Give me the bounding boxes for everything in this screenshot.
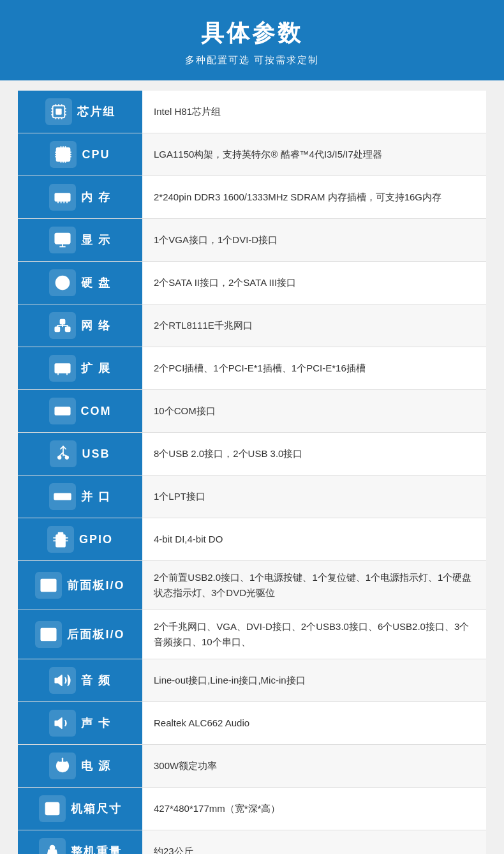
svg-rect-78 [56, 535, 65, 547]
icon-cell-usb: USB [18, 433, 142, 476]
icon-cell-memory: 内 存 [18, 176, 142, 219]
expansion-icon [49, 355, 76, 382]
svg-rect-97 [48, 805, 52, 808]
row-weight: kg 整机重量 约23公斤 [18, 830, 486, 855]
row-memory: 内 存 2*240pin DDR3 1600/1333MHz SDRAM 内存插… [18, 176, 486, 219]
row-parallel: 并 口 1个LPT接口 [18, 476, 486, 518]
svg-point-64 [59, 413, 60, 414]
row-cpu: CPU LGA1150构架，支持英特尔® 酷睿™4代I3/I5/I7处理器 [18, 133, 486, 176]
icon-cell-gpio: GPIO [18, 518, 142, 561]
svg-point-66 [64, 413, 66, 414]
svg-rect-1 [56, 109, 61, 114]
svg-point-59 [63, 410, 64, 412]
label-expansion: 扩 展 [81, 361, 111, 376]
usb-icon [50, 440, 77, 467]
svg-point-65 [62, 413, 63, 414]
value-memory: 2*240pin DDR3 1600/1333MHz SDRAM 内存插槽，可支… [142, 176, 486, 219]
specs-table: 芯片组 Intel H81芯片组 CPU LGA1150构架，支持英特尔® 酷睿… [18, 91, 486, 854]
label-rear-panel: 后面板I/O [67, 627, 124, 642]
svg-point-98 [55, 805, 57, 808]
power-icon [49, 753, 76, 779]
svg-point-58 [60, 410, 61, 412]
icon-cell-parallel: 并 口 [18, 476, 142, 518]
svg-rect-53 [62, 366, 65, 371]
value-cpu: LGA1150构架，支持英特尔® 酷睿™4代I3/I5/I7处理器 [142, 133, 486, 176]
label-parallel: 并 口 [81, 489, 111, 504]
parallel-icon [49, 483, 76, 510]
icon-cell-com: COM [18, 390, 142, 433]
memory-icon [49, 184, 76, 211]
icon-cell-expansion: 扩 展 [18, 347, 142, 390]
row-expansion: 扩 展 2个PCI插槽、1个PCI-E*1插槽、1个PCI-E*16插槽 [18, 347, 486, 390]
label-harddisk: 硬 盘 [81, 275, 111, 290]
icon-cell-weight: kg 整机重量 [18, 830, 142, 855]
value-network: 2个RTL8111E千兆网口 [142, 304, 486, 347]
svg-point-57 [57, 410, 58, 412]
label-network: 网 络 [81, 318, 111, 333]
com-icon [49, 398, 76, 424]
label-chipset: 芯片组 [77, 104, 115, 119]
value-weight: 约23公斤 [142, 830, 486, 855]
rear-panel-icon [35, 621, 62, 648]
specs-table-wrapper: 芯片组 Intel H81芯片组 CPU LGA1150构架，支持英特尔® 酷睿… [0, 80, 504, 854]
icon-cell-audio: 音 频 [18, 659, 142, 702]
harddisk-icon [49, 269, 76, 296]
svg-rect-37 [55, 234, 70, 244]
icon-cell-power: 电 源 [18, 745, 142, 788]
value-com: 10个COM接口 [142, 390, 486, 433]
label-power: 电 源 [81, 758, 111, 774]
row-usb: USB 8个USB 2.0接口，2个USB 3.0接口 [18, 433, 486, 476]
value-chassis: 427*480*177mm（宽*深*高） [142, 788, 486, 830]
row-front-panel: 前面板I/O 2个前置USB2.0接口、1个电源按键、1个复位键、1个电源指示灯… [18, 561, 486, 610]
cpu-icon [50, 141, 77, 168]
value-expansion: 2个PCI插槽、1个PCI-E*1插槽、1个PCI-E*16插槽 [142, 347, 486, 390]
row-power: 电 源 300W额定功率 [18, 745, 486, 788]
svg-point-60 [66, 410, 67, 412]
value-usb: 8个USB 2.0接口，2个USB 3.0接口 [142, 433, 486, 476]
row-chipset: 芯片组 Intel H81芯片组 [18, 91, 486, 133]
icon-cell-harddisk: 硬 盘 [18, 262, 142, 304]
svg-point-92 [45, 634, 46, 635]
icon-cell-chassis: 机箱尺寸 [18, 788, 142, 830]
value-front-panel: 2个前置USB2.0接口、1个电源按键、1个复位键、1个电源指示灯、1个硬盘状态… [142, 561, 486, 610]
value-audio: Line-out接口,Line-in接口,Mic-in接口 [142, 659, 486, 702]
svg-point-62 [62, 408, 63, 410]
svg-rect-96 [45, 803, 59, 815]
row-rear-panel: 后面板I/O 2个千兆网口、VGA、DVI-D接口、2个USB3.0接口、6个U… [18, 610, 486, 659]
icon-cell-front-panel: 前面板I/O [18, 561, 142, 610]
network-icon [49, 312, 76, 339]
value-display: 1个VGA接口，1个DVI-D接口 [142, 219, 486, 262]
label-cpu: CPU [82, 148, 110, 161]
page-subtitle: 多种配置可选 可按需求定制 [13, 54, 491, 66]
weight-icon: kg [39, 838, 66, 854]
row-network: 网 络 2个RTL8111E千兆网口 [18, 304, 486, 347]
icon-cell-chipset: 芯片组 [18, 91, 142, 133]
chassis-icon [39, 795, 66, 822]
value-rear-panel: 2个千兆网口、VGA、DVI-D接口、2个USB3.0接口、6个USB2.0接口… [142, 610, 486, 659]
svg-point-86 [45, 585, 46, 586]
label-weight: 整机重量 [71, 844, 122, 854]
icon-cell-cpu: CPU [18, 133, 142, 176]
svg-point-68 [66, 456, 69, 460]
row-gpio: GPIO 4-bit DI,4-bit DO [18, 518, 486, 561]
svg-point-67 [58, 456, 61, 460]
page-title: 具体参数 [13, 18, 491, 49]
icon-cell-display: 显 示 [18, 219, 142, 262]
label-com: COM [81, 405, 112, 418]
front-panel-icon [35, 572, 62, 599]
value-gpio: 4-bit DI,4-bit DO [142, 518, 486, 561]
svg-rect-46 [60, 320, 64, 324]
label-memory: 内 存 [81, 190, 111, 205]
label-display: 显 示 [81, 232, 111, 248]
soundcard-icon [49, 710, 76, 737]
value-soundcard: Realtek ALC662 Audio [142, 702, 486, 745]
row-com: COM 10个COM接口 [18, 390, 486, 433]
header: 具体参数 多种配置可选 可按需求定制 [0, 0, 504, 80]
label-soundcard: 声 卡 [81, 715, 111, 731]
value-harddisk: 2个SATA II接口，2个SATA III接口 [142, 262, 486, 304]
value-chipset: Intel H81芯片组 [142, 91, 486, 133]
svg-rect-45 [66, 327, 70, 331]
label-usb: USB [82, 447, 110, 461]
icon-cell-rear-panel: 后面板I/O [18, 610, 142, 659]
row-display: 显 示 1个VGA接口，1个DVI-D接口 [18, 219, 486, 262]
